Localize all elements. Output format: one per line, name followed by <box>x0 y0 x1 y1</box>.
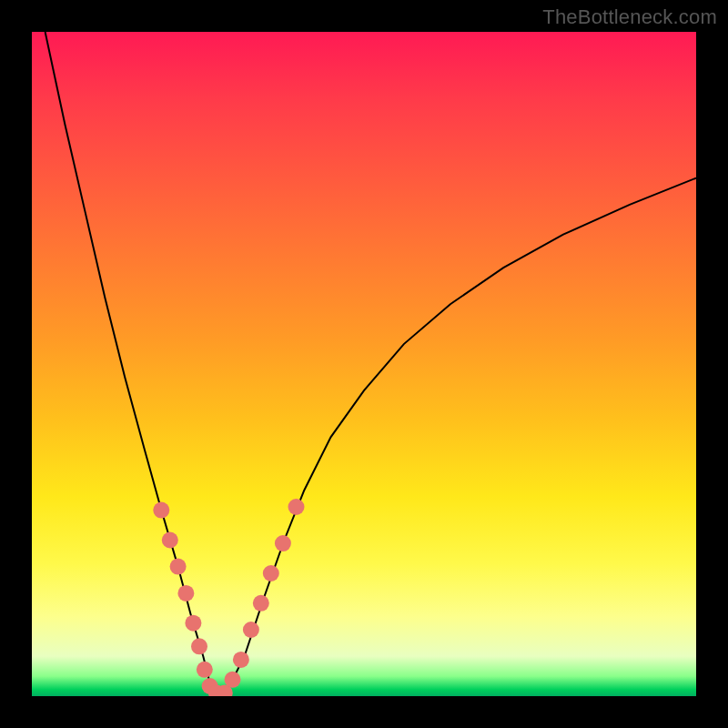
highlight-dot <box>185 615 201 632</box>
highlight-dot <box>153 502 169 519</box>
highlight-dot <box>263 565 279 581</box>
bottleneck-curve <box>46 32 696 693</box>
plot-area <box>32 32 696 696</box>
highlight-dot <box>177 585 194 602</box>
highlight-dot <box>275 535 291 551</box>
highlight-dot <box>191 638 207 654</box>
highlight-dot <box>233 652 249 668</box>
highlight-dot <box>170 559 187 575</box>
highlight-dot <box>253 595 269 612</box>
highlight-dots <box>153 499 304 696</box>
highlight-dot <box>288 499 305 515</box>
highlight-dot <box>225 672 241 688</box>
highlight-dot <box>243 622 259 638</box>
highlight-dot <box>162 532 178 549</box>
chart-frame: TheBottleneck.com <box>0 0 728 728</box>
highlight-dot <box>197 662 213 678</box>
watermark-text: TheBottleneck.com <box>542 5 717 29</box>
curve-layer <box>32 32 696 696</box>
